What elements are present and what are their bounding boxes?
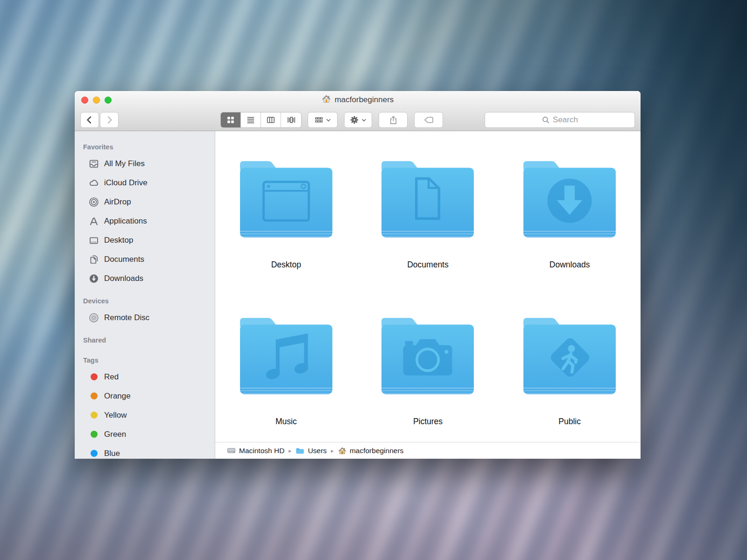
- sidebar-item-tag-blue[interactable]: Blue: [82, 444, 215, 459]
- breadcrumb-label: Users: [308, 447, 326, 455]
- chevron-right-icon: [104, 115, 114, 125]
- red-tag-icon: [89, 372, 99, 382]
- arrange-grid-icon: [314, 115, 324, 125]
- column-view-button[interactable]: [261, 112, 281, 127]
- sidebar-item-tag-orange[interactable]: Orange: [82, 386, 215, 406]
- documents-icon: [89, 254, 99, 265]
- share-icon: [388, 115, 398, 125]
- sidebar-item-applications[interactable]: Applications: [82, 211, 215, 231]
- breadcrumb-macforbeginners[interactable]: macforbeginners: [338, 447, 403, 455]
- sidebar-item-all-my-files[interactable]: All My Files: [82, 154, 215, 173]
- sidebar-section-favorites: Favorites: [83, 141, 215, 153]
- folder-documents[interactable]: Documents: [376, 155, 479, 270]
- list-view-icon: [246, 115, 255, 125]
- folder-desktop[interactable]: Desktop: [234, 155, 338, 270]
- minimize-button[interactable]: [93, 97, 100, 104]
- view-switcher: [220, 112, 302, 128]
- sidebar-item-label: Green: [104, 430, 126, 439]
- folder-icon-public: [518, 312, 621, 397]
- download-circle-glyph: [548, 179, 592, 223]
- action-menu-button[interactable]: [344, 112, 372, 128]
- folder-music[interactable]: Music: [234, 312, 338, 427]
- folder-icon: [296, 446, 304, 455]
- forward-button[interactable]: [100, 112, 119, 128]
- sidebar-item-downloads[interactable]: Downloads: [82, 269, 215, 288]
- sidebar-item-label: Documents: [104, 255, 144, 264]
- coverflow-view-button[interactable]: [281, 112, 301, 127]
- downloads-icon: [89, 273, 99, 284]
- folder-public[interactable]: Public: [518, 312, 621, 427]
- path-bar: Macintosh HD ▸ Users ▸: [215, 442, 641, 459]
- hard-drive-icon: [227, 446, 236, 455]
- sidebar-item-icloud-drive[interactable]: iCloud Drive: [82, 173, 215, 192]
- desktop-icon: [89, 235, 99, 245]
- breadcrumb-separator: ▸: [331, 448, 334, 454]
- sidebar-item-label: Downloads: [104, 274, 143, 283]
- sidebar-section-devices: Devices: [83, 295, 215, 307]
- folder-pictures[interactable]: Pictures: [376, 312, 479, 427]
- sidebar-item-tag-yellow[interactable]: Yellow: [82, 406, 215, 425]
- folder-icon-music: [234, 312, 338, 397]
- titlebar[interactable]: macforbeginners: [75, 91, 641, 109]
- icon-view-button[interactable]: [221, 112, 241, 127]
- folder-label: Pictures: [413, 417, 443, 427]
- yellow-tag-icon: [89, 410, 99, 420]
- folder-label: Downloads: [550, 260, 590, 270]
- column-view-icon: [266, 115, 275, 125]
- list-view-button[interactable]: [241, 112, 261, 127]
- search-icon: [542, 116, 550, 124]
- folder-label: Desktop: [271, 260, 301, 270]
- breadcrumb-label: Macintosh HD: [239, 447, 284, 455]
- breadcrumb-separator: ▸: [289, 448, 291, 454]
- sidebar-item-tag-red[interactable]: Red: [82, 367, 215, 386]
- breadcrumb-users[interactable]: Users: [296, 446, 326, 455]
- sidebar-item-label: Desktop: [104, 236, 133, 245]
- tag-icon: [423, 115, 434, 125]
- tags-button[interactable]: [414, 112, 443, 128]
- gear-icon: [350, 115, 359, 125]
- close-button[interactable]: [81, 97, 88, 104]
- sidebar-item-label: AirDrop: [104, 197, 131, 207]
- folder-label: Public: [558, 417, 581, 427]
- sidebar-item-label: Red: [104, 372, 119, 382]
- sidebar-item-label: Orange: [104, 392, 131, 401]
- window-title: macforbeginners: [322, 94, 394, 106]
- sidebar-section-shared: Shared: [83, 335, 215, 346]
- chevron-left-icon: [85, 115, 95, 125]
- sidebar-item-label: All My Files: [104, 159, 145, 168]
- nav-buttons: [80, 112, 119, 128]
- folder-label: Music: [275, 417, 297, 427]
- sidebar-item-documents[interactable]: Documents: [82, 250, 215, 269]
- folder-downloads[interactable]: Downloads: [518, 155, 621, 270]
- back-button[interactable]: [80, 112, 99, 128]
- window-chrome: macforbeginners: [75, 91, 641, 131]
- arrange-menu-button[interactable]: [308, 112, 338, 128]
- toolbar: Search: [75, 109, 641, 131]
- folder-view: Desktop: [215, 131, 641, 442]
- blue-tag-icon: [89, 448, 99, 459]
- sidebar-item-label: Yellow: [104, 411, 127, 420]
- sidebar-item-label: Remote Disc: [104, 313, 149, 322]
- coverflow-view-icon: [287, 115, 296, 125]
- sidebar-item-label: Blue: [104, 449, 120, 458]
- home-icon: [338, 447, 346, 455]
- sidebar-item-remote-disc[interactable]: Remote Disc: [82, 308, 215, 327]
- applications-icon: [89, 216, 99, 226]
- folder-icon-documents: [376, 155, 479, 240]
- sidebar-item-label: Applications: [104, 217, 147, 226]
- sidebar: Favorites All My Files iCloud: [75, 131, 215, 459]
- sidebar-item-airdrop[interactable]: AirDrop: [82, 192, 215, 211]
- orange-tag-icon: [89, 391, 99, 401]
- search-input[interactable]: Search: [485, 112, 635, 128]
- window-title-text: macforbeginners: [335, 95, 394, 105]
- green-tag-icon: [89, 429, 99, 440]
- chevron-down-icon: [361, 118, 366, 123]
- share-button[interactable]: [379, 112, 408, 128]
- folder-icon-desktop: [234, 155, 338, 240]
- sidebar-item-tag-green[interactable]: Green: [82, 425, 215, 444]
- sidebar-item-desktop[interactable]: Desktop: [82, 231, 215, 250]
- sidebar-section-tags: Tags: [83, 355, 215, 366]
- folder-label: Documents: [407, 260, 449, 270]
- zoom-button[interactable]: [105, 97, 112, 104]
- breadcrumb-macintosh-hd[interactable]: Macintosh HD: [227, 446, 284, 455]
